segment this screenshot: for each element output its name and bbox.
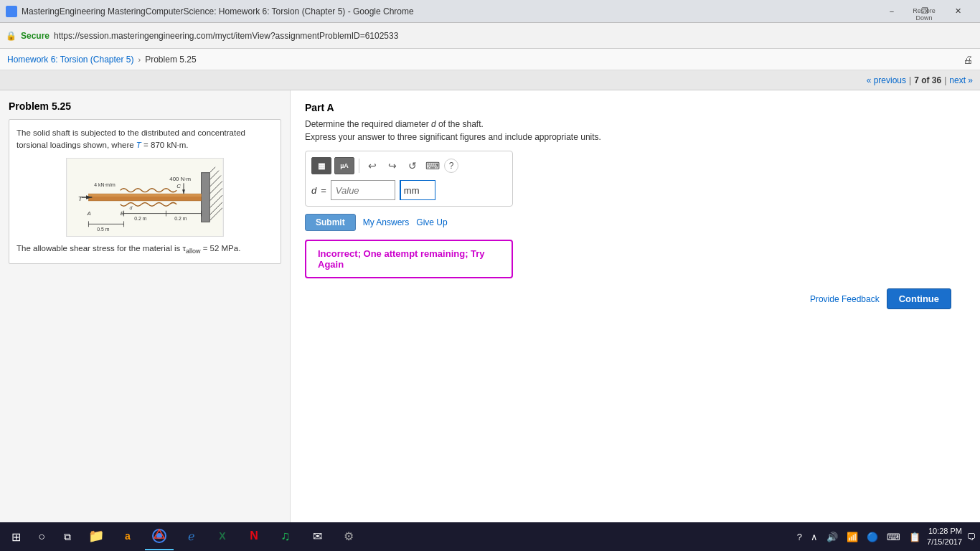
allowable-text-part1: The allowable shear stress for the mater…: [17, 244, 186, 253]
help-button[interactable]: ?: [444, 159, 458, 173]
give-up-link[interactable]: Give Up: [416, 217, 447, 227]
problem-description: The solid shaft is subjected to the dist…: [17, 127, 273, 152]
express-text: Express your answer to three significant…: [305, 132, 966, 142]
restore-down-label: Restore Down: [908, 7, 940, 22]
breadcrumb-homework-link[interactable]: Homework 6: Torsion (Chapter 5): [7, 55, 134, 65]
next-link[interactable]: next »: [949, 75, 973, 85]
dim-02-1: 0.2 m: [134, 216, 146, 221]
svg-rect-11: [88, 194, 201, 197]
browser-icon: [6, 6, 17, 17]
close-button[interactable]: ✕: [941, 0, 974, 23]
lock-icon: 🔒: [6, 31, 17, 41]
dim-02-2: 0.2 m: [174, 216, 187, 221]
allowable-text: The allowable shear stress for the mater…: [17, 242, 273, 257]
4knm-label: 4 kN·m/m: [94, 182, 116, 187]
problem-box: The solid shaft is subjected to the dist…: [9, 119, 281, 264]
continue-button[interactable]: Continue: [887, 288, 951, 309]
page-count: 7 of 36: [914, 75, 941, 85]
restore-down-button[interactable]: ❐ Restore Down: [908, 0, 941, 23]
my-answers-link[interactable]: My Answers: [363, 217, 410, 227]
allow-subscript: allow: [186, 248, 201, 255]
toolbar-btn-1[interactable]: ▦: [311, 157, 331, 174]
addressbar: 🔒 Secure https://session.masteringengine…: [0, 23, 980, 49]
title-area: MasteringEngineering MasteringComputerSc…: [6, 6, 414, 17]
unit-input[interactable]: [400, 180, 435, 200]
svg-rect-1: [202, 172, 210, 222]
secure-label: Secure: [21, 31, 50, 41]
navbar: « previous | 7 of 36 | next »: [0, 70, 980, 90]
d-variable-label: d: [311, 185, 316, 196]
toolbar-separator: [359, 159, 359, 173]
breadcrumb-bar: Homework 6: Torsion (Chapter 5) › Proble…: [0, 49, 980, 70]
part-a-title: Part A: [305, 102, 966, 113]
redo-button[interactable]: ↪: [384, 157, 401, 174]
problem-text-part2: = 870 kN·m.: [141, 141, 189, 149]
window-title: MasteringEngineering MasteringComputerSc…: [22, 6, 414, 17]
undo-button[interactable]: ↩: [364, 157, 381, 174]
url-text: https://session.masteringengineering.com…: [54, 31, 398, 41]
allowable-text-part2: = 52 MPa.: [200, 244, 240, 253]
equals-sign: =: [321, 185, 326, 196]
provide-feedback-link[interactable]: Provide Feedback: [810, 294, 880, 304]
titlebar: MasteringEngineering MasteringComputerSc…: [0, 0, 980, 23]
t-label: T: [78, 194, 83, 202]
400nm-label: 400 N·m: [169, 176, 191, 182]
problem-text-part1: The solid shaft is subjected to the dist…: [17, 128, 245, 149]
previous-link[interactable]: « previous: [867, 75, 906, 85]
keyboard-button[interactable]: ⌨: [424, 157, 441, 174]
answer-container: ▦ µA ↩ ↪ ↺ ⌨ ? d =: [305, 151, 513, 207]
reset-button[interactable]: ↺: [404, 157, 421, 174]
right-panel: Part A Determine the required diameter d…: [291, 90, 980, 522]
minimize-button[interactable]: −: [875, 0, 908, 23]
bottom-row: Provide Feedback Continue: [305, 288, 966, 309]
b-label: B: [121, 209, 124, 216]
diagram-svg: T 400 N·m 4 kN·m/m A B C: [67, 159, 223, 236]
action-row: Submit My Answers Give Up: [305, 214, 966, 231]
feedback-box: Incorrect; One attempt remaining; Try Ag…: [305, 240, 513, 278]
toolbar-btn-2[interactable]: µA: [334, 157, 354, 174]
submit-button[interactable]: Submit: [305, 214, 356, 231]
nav-links: « previous | 7 of 36 | next »: [867, 75, 973, 85]
dim-05: 0.5 m: [97, 227, 109, 232]
breadcrumb-chevron: ›: [138, 55, 141, 64]
determine-text: Determine the required diameter d of the…: [305, 119, 966, 129]
a-label: A: [86, 209, 90, 216]
shaft-diagram: T 400 N·m 4 kN·m/m A B C: [66, 158, 224, 237]
breadcrumb-current: Problem 5.25: [145, 55, 196, 65]
main-content: Problem 5.25 The solid shaft is subjecte…: [0, 90, 980, 522]
nav-separator-1: |: [909, 75, 911, 85]
nav-separator-2: |: [944, 75, 946, 85]
d-dim-label: d: [129, 204, 132, 209]
problem-title: Problem 5.25: [9, 100, 281, 112]
window-controls: − ❐ Restore Down ✕: [875, 0, 974, 23]
left-panel: Problem 5.25 The solid shaft is subjecte…: [0, 90, 291, 522]
toolbar-row: ▦ µA ↩ ↪ ↺ ⌨ ?: [311, 157, 507, 174]
problem-t-var: T: [136, 141, 141, 149]
print-icon[interactable]: 🖨: [963, 54, 973, 65]
c-label: C: [176, 183, 181, 189]
input-row: d =: [311, 180, 507, 200]
value-input[interactable]: [331, 180, 395, 200]
